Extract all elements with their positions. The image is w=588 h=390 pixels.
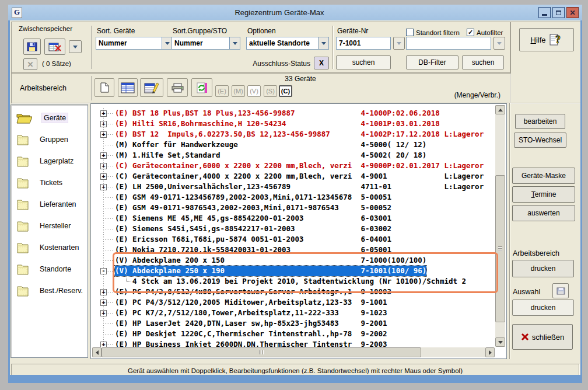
standort-filtern-checkbox[interactable]: Standort filtern <box>406 29 460 36</box>
scroll-left-button[interactable] <box>92 347 102 357</box>
tree-row[interactable]: +(E) Hilti SR16,Bohrmaschine,H 120-54234… <box>92 119 495 129</box>
tree-row[interactable]: +(E) PC P4/3/512/120,2005 Miditower,Arbe… <box>92 297 495 308</box>
arbeitsbereich-drucken-button[interactable]: drucken <box>512 260 574 277</box>
chevron-right-icon <box>489 350 492 355</box>
horizontal-scroll-thumb[interactable] <box>102 347 421 357</box>
scroll-down-button[interactable] <box>495 337 505 347</box>
tree-row[interactable]: +(E) BST 18 Plus,BST 18 Plus,123-456-998… <box>92 108 495 119</box>
tree-row[interactable]: +(E) PC P4/2,8/512/4x80,Servertower,Serv… <box>92 287 495 297</box>
filter-button-s[interactable]: (S) <box>264 85 277 97</box>
tree-child-row[interactable]: 4 Stck am 13.06.2019 bei Projekt 2010, S… <box>92 276 495 287</box>
tree-row[interactable]: +(E) BST 12 Impuls,6.02273.50,BS 12,123-… <box>92 129 495 140</box>
tree-row-text: 4 Stck am 13.06.2019 bei Projekt 2010, S… <box>115 276 466 287</box>
tree-row[interactable]: (E) GSM 49-0171-9876543,2002-2003,Mini,0… <box>92 203 495 213</box>
sidebar-item-best-reserv[interactable]: Best./Reserv. <box>16 283 85 299</box>
geraete-maske-button[interactable]: Geräte-Maske <box>512 168 575 184</box>
expand-plus-icon[interactable]: + <box>100 173 107 180</box>
sidebar-item-kostenarten[interactable]: Kostenarten <box>16 239 85 256</box>
filter-button-m[interactable]: (M) <box>232 85 245 97</box>
filter-input[interactable] <box>406 37 491 50</box>
tree-row[interactable]: (E) HP Deskjet 1220C,C,Thermischer Tinte… <box>92 329 495 339</box>
tree-row[interactable]: +(E) LH 2500,Universalhächsler,123-45678… <box>92 182 495 192</box>
sort-geraete-combobox[interactable]: Nummer <box>96 37 173 50</box>
tree-row[interactable]: (E) Siemens S45i,S45i,gs-88542217-01-200… <box>92 224 495 234</box>
maximize-button[interactable] <box>552 7 565 18</box>
collapse-minus-icon[interactable]: - <box>100 268 107 274</box>
expand-plus-icon[interactable]: + <box>100 184 107 190</box>
close-button[interactable]: ✕ <box>566 7 579 18</box>
bearbeiten-button[interactable]: bearbeiten <box>515 114 565 129</box>
clipboard-dropdown-button[interactable] <box>69 40 82 53</box>
sidebar-item-hersteller[interactable]: Hersteller <box>16 218 85 234</box>
scroll-right-button[interactable] <box>485 347 495 357</box>
tree-row[interactable]: (E) Ericsson T68i,T68i,pu-5874 0051-01-2… <box>92 234 495 245</box>
tree-row[interactable]: +(C) Gerätecontainer,6000 x 2200 x 2200 … <box>92 161 495 171</box>
tree-row[interactable]: +(E) HP Business Inkjet 2600DN,DN,Thermi… <box>92 339 495 347</box>
tree-row[interactable]: +(M) 1.Hilfe Set,Standard 4-5002( 20/ 18… <box>92 150 495 161</box>
sidebar-item-ger-te[interactable]: Geräte <box>16 110 85 126</box>
horizontal-scrollbar[interactable] <box>92 347 495 357</box>
geraete-nr-input[interactable] <box>336 37 391 50</box>
edit-list-button[interactable] <box>140 78 163 97</box>
client-area: Zwischenspeicher ✕ ( 0 Sätze) Sort. Gerä… <box>10 20 580 375</box>
sidebar-item-lagerplatz[interactable]: Lagerplatz <box>16 153 85 169</box>
termine-button[interactable]: Termine <box>512 186 575 203</box>
tree-row[interactable]: (M) Koffer für Handwerkzeuge 4-5000( 12/… <box>92 140 495 150</box>
filter-button-v[interactable]: (V) <box>247 85 261 97</box>
tree-row[interactable]: +(E) PC K7/2,7/512/180,Tower,Arbeitsplat… <box>92 308 495 318</box>
sidebar-item-gruppen[interactable]: Gruppen <box>16 131 85 148</box>
geraete-nr-dropdown-button[interactable] <box>393 37 405 50</box>
vertical-scrollbar[interactable] <box>495 105 505 347</box>
chevron-down-icon[interactable] <box>162 37 172 49</box>
filter-dropdown-button[interactable] <box>494 37 505 50</box>
tree-gutter: + <box>92 129 115 140</box>
sidebar-item-standorte[interactable]: Standorte <box>16 261 85 277</box>
autofilter-checkbox[interactable]: ✓ Autofilter <box>467 29 503 36</box>
sto-wechsel-button[interactable]: STO-Wechsel <box>514 133 566 148</box>
optionen-combobox[interactable]: aktuelle Standorte <box>246 37 329 50</box>
ausschluss-status-button[interactable]: X <box>314 57 329 69</box>
expand-plus-icon[interactable]: + <box>100 152 107 159</box>
tree-row[interactable]: (E) HP LaserJet 2420,DTN,Laser sw,hp-85x… <box>92 318 495 329</box>
tree-row[interactable]: -(V) Abdeckplane 250 x 190 7-1001(100/ 9… <box>92 266 495 276</box>
expand-plus-icon[interactable]: + <box>100 121 107 127</box>
suchen2-button[interactable]: suchen <box>462 55 504 69</box>
suchen-button[interactable]: suchen <box>336 55 391 69</box>
auswerten-button[interactable]: auswerten <box>512 205 575 221</box>
auswahl-save-button[interactable] <box>552 283 569 298</box>
filter-button-c[interactable]: (C) <box>279 85 292 97</box>
clipboard-clear-button[interactable]: ✕ <box>23 58 37 70</box>
chevron-down-icon[interactable] <box>318 37 328 49</box>
sidebar-item-tickets[interactable]: Tickets <box>16 175 85 191</box>
schliessen-button[interactable]: schließen <box>512 324 573 350</box>
expand-plus-icon[interactable]: + <box>100 163 107 169</box>
list-view-button[interactable] <box>118 78 138 97</box>
tree-row[interactable]: +(C) Gerätecontainer,4000 x 2200 x 2200 … <box>92 171 495 182</box>
expand-plus-icon[interactable]: + <box>100 300 107 306</box>
expand-plus-icon[interactable]: + <box>100 110 107 117</box>
expand-plus-icon[interactable]: + <box>100 131 107 138</box>
vertical-scroll-thumb[interactable] <box>495 175 505 322</box>
auswahl-drucken-button[interactable]: drucken <box>512 300 574 316</box>
clipboard-delete-button[interactable] <box>44 39 65 55</box>
chevron-down-icon[interactable] <box>229 37 240 49</box>
tree-row[interactable]: (E) Siemens ME 45,ME 45,gs-88542200-01-2… <box>92 213 495 224</box>
filter-button-e[interactable]: (E) <box>215 85 229 97</box>
print-button[interactable] <box>167 78 188 97</box>
sidebar-item-lieferanten[interactable]: Lieferanten <box>16 196 85 213</box>
expand-plus-icon[interactable]: + <box>100 289 107 295</box>
sort-gruppe-combobox[interactable]: Nummer <box>172 37 240 50</box>
folder-closed-icon <box>16 176 35 189</box>
new-document-button[interactable] <box>94 78 114 97</box>
db-filter-button[interactable]: DB-Filter <box>406 55 459 69</box>
tree-row[interactable]: (E) Nokia 7210,7210,1k-558420031-01-2003… <box>92 245 495 255</box>
clipboard-save-button[interactable] <box>23 39 41 55</box>
minimize-button[interactable] <box>538 7 551 18</box>
tree-row[interactable]: (V) Abdeckplane 200 x 150 7-1000(100/100… <box>92 255 495 266</box>
expand-plus-icon[interactable]: + <box>100 342 107 347</box>
tree-row-text: (M) 1.Hilfe Set,Standard 4-5002( 20/ 18) <box>115 150 426 161</box>
tree-row[interactable]: (E) GSM 49-0171-123456789,2002-2003,Mini… <box>92 192 495 203</box>
hilfe-button[interactable]: Hilfe ? <box>519 28 574 51</box>
scroll-up-button[interactable] <box>495 105 505 114</box>
expand-plus-icon[interactable]: + <box>100 310 107 316</box>
